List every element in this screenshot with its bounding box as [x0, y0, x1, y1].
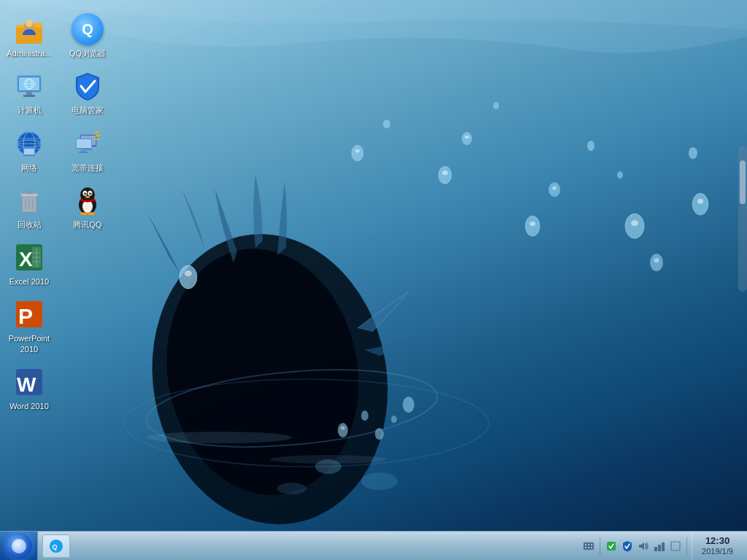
- tray-show-desktop-icon[interactable]: [669, 540, 682, 553]
- svg-point-1: [147, 233, 377, 510]
- excel-label: Excel 2010: [9, 276, 49, 287]
- svg-point-20: [692, 193, 708, 215]
- svg-point-8: [462, 132, 472, 145]
- ppt-label: PowerPoint 2010: [9, 333, 50, 354]
- tray-shield-icon[interactable]: [621, 540, 634, 553]
- svg-point-82: [85, 192, 86, 193]
- svg-point-11: [442, 171, 448, 175]
- svg-rect-101: [585, 544, 587, 545]
- icon-broadband[interactable]: 宽带连接: [58, 122, 117, 179]
- tray-ime-icon[interactable]: [582, 540, 595, 553]
- svg-marker-108: [639, 542, 644, 550]
- icon-recycle[interactable]: 回收站: [0, 179, 58, 236]
- excel-icon-img: X: [13, 241, 45, 273]
- svg-rect-103: [591, 544, 592, 545]
- svg-point-12: [525, 216, 540, 236]
- svg-point-9: [465, 136, 469, 139]
- svg-rect-110: [658, 545, 661, 551]
- icon-excel2010[interactable]: X Excel 2010: [0, 236, 58, 292]
- broadband-label: 宽带连接: [71, 163, 104, 173]
- svg-text:W: W: [17, 373, 36, 396]
- qq-browser-circle-icon: Q: [71, 13, 104, 45]
- svg-rect-65: [79, 152, 88, 153]
- network-icon-img: [13, 128, 45, 160]
- svg-point-5: [185, 271, 192, 276]
- clock-date: 2019/1/9: [702, 547, 733, 556]
- svg-rect-106: [591, 547, 592, 548]
- icon-computer[interactable]: 计算机: [0, 64, 58, 121]
- svg-point-85: [80, 212, 88, 215]
- clock[interactable]: 12:30 2019/1/9: [692, 532, 743, 560]
- icon-network[interactable]: 网络: [0, 122, 58, 179]
- icon-tencentqq[interactable]: 腾讯QQ: [58, 179, 117, 236]
- broadband-icon-img: [71, 128, 104, 160]
- tray-security-icon[interactable]: [605, 540, 618, 553]
- svg-line-66: [95, 131, 99, 133]
- system-tray: 12:30 2019/1/9: [578, 532, 747, 560]
- start-orb-icon: [6, 533, 32, 559]
- network-label: 网络: [21, 163, 37, 173]
- svg-point-29: [277, 483, 306, 494]
- icon-word2010[interactable]: W Word 2010: [0, 360, 58, 417]
- svg-point-6: [352, 145, 363, 161]
- tray-volume-icon[interactable]: [637, 540, 650, 553]
- recycle-icon-img: [13, 184, 45, 217]
- svg-rect-105: [588, 547, 589, 548]
- svg-rect-111: [662, 542, 665, 551]
- svg-point-24: [587, 141, 595, 151]
- start-orb-inner: [12, 539, 26, 553]
- icon-ppt2010[interactable]: P PowerPoint 2010: [0, 292, 58, 360]
- svg-point-23: [493, 102, 499, 109]
- administrator-label: Administra...: [7, 48, 51, 58]
- svg-point-33: [341, 427, 345, 430]
- diannaogj-label: 电脑管家: [71, 105, 104, 115]
- desktop: Administra... Q QQ浏览器: [0, 0, 747, 560]
- scrollbar-handle[interactable]: [740, 160, 746, 204]
- computer-label: 计算机: [18, 105, 42, 115]
- svg-point-21: [697, 199, 703, 204]
- svg-rect-107: [607, 542, 616, 551]
- svg-point-30: [146, 432, 292, 443]
- svg-point-40: [26, 20, 33, 27]
- svg-point-0: [130, 215, 411, 542]
- svg-point-10: [438, 166, 452, 184]
- svg-point-34: [361, 411, 368, 421]
- svg-rect-102: [588, 544, 589, 545]
- tray-separator-1: [600, 537, 600, 555]
- icon-qq-browser[interactable]: Q QQ浏览器: [58, 7, 117, 64]
- start-button[interactable]: [0, 532, 38, 561]
- svg-point-22: [383, 120, 390, 128]
- word-icon-img: W: [13, 366, 45, 398]
- svg-point-36: [391, 416, 397, 423]
- svg-point-84: [85, 195, 90, 198]
- tray-network-icon[interactable]: [653, 540, 666, 553]
- svg-point-16: [625, 214, 644, 238]
- svg-text:Q: Q: [53, 542, 58, 550]
- svg-point-2: [143, 359, 440, 457]
- svg-point-28: [361, 472, 398, 490]
- svg-rect-64: [81, 149, 85, 152]
- svg-point-35: [375, 428, 384, 440]
- tencentqq-label: 腾讯QQ: [73, 219, 101, 230]
- icon-diannaogj[interactable]: 电脑管家: [58, 64, 117, 121]
- svg-point-83: [90, 192, 91, 193]
- svg-point-7: [355, 149, 360, 153]
- svg-rect-63: [77, 139, 91, 148]
- icon-administrator[interactable]: Administra...: [0, 7, 58, 64]
- recycle-label: 回收站: [18, 219, 42, 230]
- ppt-icon-img: P: [13, 298, 45, 330]
- taskbar-item-qq[interactable]: Q: [42, 534, 70, 558]
- svg-point-81: [89, 192, 92, 195]
- svg-rect-71: [26, 191, 32, 194]
- tray-separator-2: [686, 537, 687, 555]
- svg-point-31: [270, 455, 387, 464]
- taskbar-qq-icon: Q: [49, 539, 63, 553]
- svg-text:X: X: [19, 248, 33, 271]
- diannaogj-icon-img: [71, 70, 104, 102]
- svg-text:P: P: [18, 304, 33, 328]
- tencentqq-icon-img: [71, 184, 104, 217]
- svg-point-86: [88, 212, 95, 215]
- scrollbar-right[interactable]: [738, 146, 747, 292]
- svg-point-15: [552, 187, 557, 190]
- svg-rect-112: [671, 542, 680, 551]
